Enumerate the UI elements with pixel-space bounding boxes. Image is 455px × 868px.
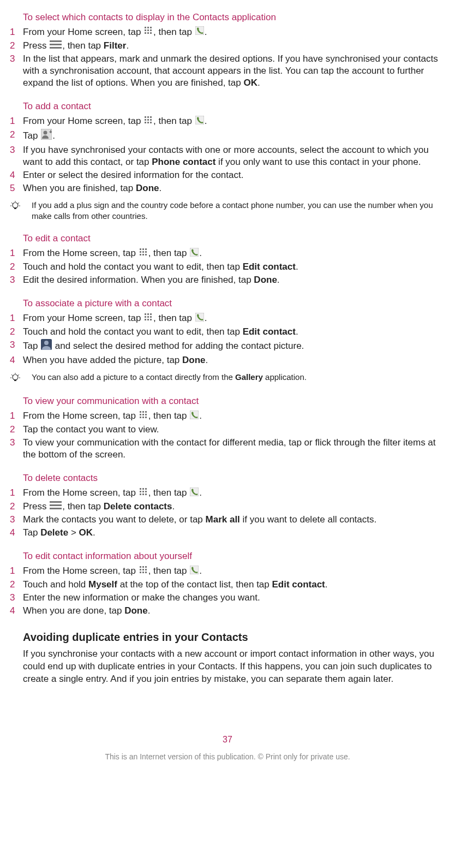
grid-icon — [144, 116, 153, 128]
step-text: Touch and hold the contact you want to e… — [23, 261, 445, 273]
phone-icon — [190, 411, 199, 423]
tip-row: You can also add a picture to a contact … — [10, 372, 445, 384]
bold-text: Done — [254, 275, 277, 285]
step-number: 2 — [10, 326, 23, 338]
section-heading: To associate a picture with a contact — [23, 298, 445, 309]
section-heading: To delete contacts — [23, 473, 445, 484]
step-number: 1 — [10, 26, 23, 38]
step-number: 1 — [10, 410, 23, 422]
tip-row: If you add a plus sign and the country c… — [10, 200, 445, 221]
step-number: 4 — [10, 354, 23, 366]
step-text: Press , then tap Delete contacts. — [23, 501, 445, 513]
grid-icon — [139, 248, 148, 260]
step-text: Enter or select the desired information … — [23, 169, 445, 181]
step-row: 2Press , then tap Filter. — [10, 40, 445, 52]
step-row: 5When you are finished, tap Done. — [10, 182, 445, 194]
step-number: 3 — [10, 274, 23, 286]
step-number: 2 — [10, 261, 23, 273]
phone-icon — [190, 248, 199, 260]
step-number: 2 — [10, 501, 23, 513]
step-text: Touch and hold the contact you want to e… — [23, 326, 445, 338]
step-number: 1 — [10, 565, 23, 577]
step-row: 2Press , then tap Delete contacts. — [10, 501, 445, 513]
step-text: Mark the contacts you want to delete, or… — [23, 514, 445, 526]
step-number: 3 — [10, 144, 23, 156]
section-heading: To edit contact information about yourse… — [23, 551, 445, 562]
step-row: 2Touch and hold the contact you want to … — [10, 326, 445, 338]
step-row: 2Tap . — [10, 129, 445, 143]
step-text: From the Home screen, tap , then tap . — [23, 410, 445, 423]
step-number: 1 — [10, 312, 23, 324]
body-paragraph: If you synchronise your contacts with a … — [23, 648, 445, 686]
body-heading: Avoiding duplicate entries in your Conta… — [23, 631, 445, 644]
bold-text: OK — [243, 78, 258, 88]
step-row: 3Edit the desired information. When you … — [10, 274, 445, 286]
tip-icon — [10, 373, 20, 384]
tip-icon-column — [10, 200, 32, 212]
section-heading: To add a contact — [23, 101, 445, 112]
step-number: 3 — [10, 514, 23, 526]
step-text: Tap and select the desired method for ad… — [23, 339, 445, 353]
step-row: 1From the Home screen, tap , then tap . — [10, 410, 445, 423]
step-row: 3To view your communication with the con… — [10, 437, 445, 461]
bold-text: Edit contact — [243, 326, 296, 337]
grid-icon — [144, 313, 153, 325]
menu-icon — [50, 40, 62, 52]
step-row: 1From the Home screen, tap , then tap . — [10, 487, 445, 500]
step-text: Tap the contact you want to view. — [23, 424, 445, 436]
step-row: 4When you are done, tap Done. — [10, 605, 445, 617]
step-text: From the Home screen, tap , then tap . — [23, 247, 445, 260]
step-text: Press , then tap Filter. — [23, 40, 445, 52]
step-number: 4 — [10, 169, 23, 181]
bold-text: Done — [136, 183, 159, 193]
page-number: 37 — [10, 735, 445, 745]
step-number: 2 — [10, 129, 23, 141]
step-row: 3Mark the contacts you want to delete, o… — [10, 514, 445, 526]
section-heading: To edit a contact — [23, 233, 445, 244]
footer-text: This is an Internet version of this publ… — [10, 752, 445, 761]
grid-icon — [139, 566, 148, 578]
step-text: To view your communication with the cont… — [23, 437, 445, 461]
step-row: 4Tap Delete > OK. — [10, 527, 445, 539]
phone-icon — [195, 26, 204, 38]
grid-icon — [139, 411, 148, 423]
step-text: Edit the desired information. When you a… — [23, 274, 445, 286]
bold-text: Filter — [104, 40, 127, 51]
step-row: 3In the list that appears, mark and unma… — [10, 53, 445, 89]
step-text: When you have added the picture, tap Don… — [23, 354, 445, 366]
tip-icon-column — [10, 372, 32, 384]
step-text: When you are done, tap Done. — [23, 605, 445, 617]
bold-text: Phone contact — [152, 157, 215, 167]
step-row: 1From the Home screen, tap , then tap . — [10, 565, 445, 578]
step-text: Enter the new information or make the ch… — [23, 592, 445, 604]
step-row: 4When you have added the picture, tap Do… — [10, 354, 445, 366]
step-text: From your Home screen, tap , then tap . — [23, 26, 445, 39]
step-number: 3 — [10, 339, 23, 351]
bold-text: Delete — [40, 527, 68, 538]
bold-text: Edit contact — [272, 579, 325, 590]
step-number: 3 — [10, 53, 23, 65]
phone-icon — [195, 313, 204, 325]
tip-text: If you add a plus sign and the country c… — [32, 200, 445, 221]
step-row: 3Tap and select the desired method for a… — [10, 339, 445, 353]
step-text: From your Home screen, tap , then tap . — [23, 312, 445, 325]
bold-text: Edit contact — [243, 261, 296, 272]
step-row: 3If you have synchronised your contacts … — [10, 144, 445, 168]
step-number: 3 — [10, 437, 23, 449]
step-number: 1 — [10, 115, 23, 127]
section-heading: To select which contacts to display in t… — [23, 12, 445, 23]
step-text: Touch and hold Myself at the top of the … — [23, 579, 445, 591]
step-row: 3Enter the new information or make the c… — [10, 592, 445, 604]
step-row: 4Enter or select the desired information… — [10, 169, 445, 181]
step-number: 4 — [10, 527, 23, 539]
step-text: In the list that appears, mark and unmar… — [23, 53, 445, 89]
step-number: 5 — [10, 182, 23, 194]
step-row: 2Tap the contact you want to view. — [10, 424, 445, 436]
step-text: When you are finished, tap Done. — [23, 182, 445, 194]
bold-text: Mark all — [206, 514, 240, 525]
menu-icon — [50, 501, 62, 513]
step-text: From your Home screen, tap , then tap . — [23, 115, 445, 128]
bold-text: Delete contacts — [104, 501, 172, 512]
document-page: To select which contacts to display in t… — [0, 12, 455, 777]
grid-icon — [144, 26, 153, 38]
